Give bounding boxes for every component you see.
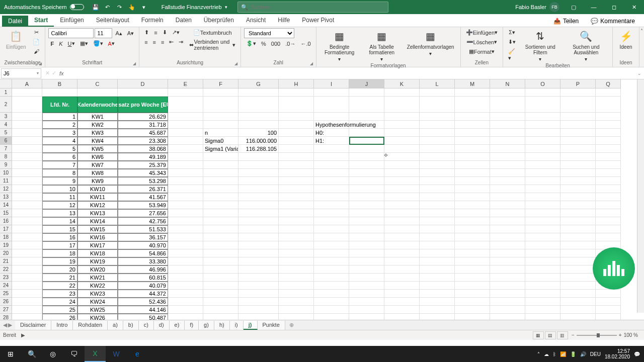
cell-A6[interactable]: [12, 137, 42, 145]
insert-cells-button[interactable]: ➕ Einfügen▾: [464, 28, 500, 37]
cell-J25[interactable]: [349, 290, 384, 298]
cell-O2[interactable]: [525, 97, 560, 113]
cell-I26[interactable]: [314, 298, 349, 306]
cell-H15[interactable]: [279, 209, 314, 217]
sheet-tab-f[interactable]: f): [185, 321, 199, 330]
cell-I23[interactable]: [314, 274, 349, 282]
cell-E27[interactable]: [168, 306, 203, 314]
cell-C21[interactable]: KW19: [77, 257, 118, 265]
cell-B15[interactable]: 13: [42, 209, 77, 217]
cell-C9[interactable]: KW7: [77, 161, 118, 169]
cell-N8[interactable]: [490, 153, 525, 161]
cell-H20[interactable]: [279, 249, 314, 257]
add-sheet-button[interactable]: ⊕: [285, 322, 298, 328]
sheet-tab-e[interactable]: e): [170, 321, 185, 330]
tab-power pivot[interactable]: Power Pivot: [296, 15, 340, 27]
cell-E13[interactable]: [168, 193, 203, 201]
cell-C16[interactable]: KW14: [77, 217, 118, 225]
cell-O25[interactable]: [525, 290, 560, 298]
cell-Q18[interactable]: [596, 233, 621, 241]
column-header-G[interactable]: G: [238, 79, 279, 88]
delete-cells-button[interactable]: ➖ Löschen▾: [464, 38, 500, 46]
cell-N22[interactable]: [490, 265, 525, 274]
row-header-10[interactable]: 10: [0, 169, 12, 177]
cell-K11[interactable]: [384, 177, 420, 185]
cell-B3[interactable]: 1: [42, 113, 77, 121]
cell-C8[interactable]: KW6: [77, 153, 118, 161]
format-cells-button[interactable]: ▦ Format▾: [464, 47, 500, 56]
cell-E22[interactable]: [168, 265, 203, 274]
cell-J6[interactable]: [349, 137, 384, 145]
cell-H13[interactable]: [279, 193, 314, 201]
cell-O7[interactable]: [525, 145, 560, 153]
cell-A26[interactable]: [12, 298, 42, 306]
sheet-nav-prev[interactable]: ◀: [3, 322, 7, 328]
collapse-ribbon-icon[interactable]: ˄: [640, 28, 643, 34]
sheet-tab-Disclaimer[interactable]: Disclaimer: [15, 321, 51, 330]
cell-J14[interactable]: [349, 201, 384, 209]
cell-B8[interactable]: 6: [42, 153, 77, 161]
cell-A8[interactable]: [12, 153, 42, 161]
column-header-F[interactable]: F: [203, 79, 238, 88]
sheet-tab-Rohdaten[interactable]: Rohdaten: [73, 321, 108, 330]
cell-E11[interactable]: [168, 177, 203, 185]
cell-H4[interactable]: [279, 121, 314, 129]
search-taskbar-button[interactable]: 🔍: [21, 346, 42, 362]
row-header-28[interactable]: 28: [0, 314, 12, 320]
cell-P7[interactable]: [560, 145, 596, 153]
cell-J12[interactable]: [349, 185, 384, 193]
cell-L5[interactable]: [420, 129, 455, 137]
cell-F2[interactable]: [203, 97, 238, 113]
cell-B18[interactable]: 16: [42, 233, 77, 241]
share-button[interactable]: 📤 Teilen: [548, 16, 584, 27]
cell-Q14[interactable]: [596, 201, 621, 209]
sheet-tab-d[interactable]: d): [154, 321, 170, 330]
italic-button[interactable]: K: [57, 40, 64, 48]
macro-record-icon[interactable]: ▶: [16, 332, 30, 338]
cell-A25[interactable]: [12, 290, 42, 298]
cell-P16[interactable]: [560, 217, 596, 225]
cell-I28[interactable]: [314, 314, 349, 320]
row-header-24[interactable]: 24: [0, 282, 12, 290]
cell-E21[interactable]: [168, 257, 203, 265]
cell-P28[interactable]: [560, 314, 596, 320]
cell-I4[interactable]: Hypothesenformulierung: [314, 121, 349, 129]
minimize-button[interactable]: —: [584, 0, 604, 14]
cell-F25[interactable]: [203, 290, 238, 298]
cell-C18[interactable]: KW16: [77, 233, 118, 241]
cell-B2[interactable]: Lfd. Nr.: [42, 97, 77, 113]
cell-K17[interactable]: [384, 225, 420, 233]
cell-E19[interactable]: [168, 241, 203, 249]
task-view-button[interactable]: ◎: [42, 346, 63, 362]
conditional-formatting-button[interactable]: ▦Bedingte Formatierung▾: [319, 28, 360, 63]
cell-F24[interactable]: [203, 282, 238, 290]
cell-G6[interactable]: 116.000.000: [238, 137, 279, 145]
cell-M12[interactable]: [455, 185, 490, 193]
cell-K18[interactable]: [384, 233, 420, 241]
cell-D19[interactable]: 40.970: [118, 241, 168, 249]
user-account[interactable]: Fabio Basler FB: [511, 2, 564, 12]
cell-O16[interactable]: [525, 217, 560, 225]
cell-F17[interactable]: [203, 225, 238, 233]
cell-E7[interactable]: [168, 145, 203, 153]
cell-H12[interactable]: [279, 185, 314, 193]
cell-G17[interactable]: [238, 225, 279, 233]
cell-N16[interactable]: [490, 217, 525, 225]
cell-M3[interactable]: [455, 113, 490, 121]
cell-H28[interactable]: [279, 314, 314, 320]
cell-F7[interactable]: Sigma1 (Varia: [203, 145, 238, 153]
cell-P3[interactable]: [560, 113, 596, 121]
tab-seitenlayout[interactable]: Seitenlayout: [90, 15, 135, 27]
cell-P24[interactable]: [560, 282, 596, 290]
row-header-5[interactable]: 5: [0, 129, 12, 137]
cell-C28[interactable]: KW26: [77, 314, 118, 320]
cell-C12[interactable]: KW10: [77, 185, 118, 193]
cell-F15[interactable]: [203, 209, 238, 217]
cell-B19[interactable]: 17: [42, 241, 77, 249]
cell-M6[interactable]: [455, 137, 490, 145]
cell-L19[interactable]: [420, 241, 455, 249]
cell-N5[interactable]: [490, 129, 525, 137]
cell-A15[interactable]: [12, 209, 42, 217]
cell-K2[interactable]: [384, 97, 420, 113]
cell-C5[interactable]: KW3: [77, 129, 118, 137]
